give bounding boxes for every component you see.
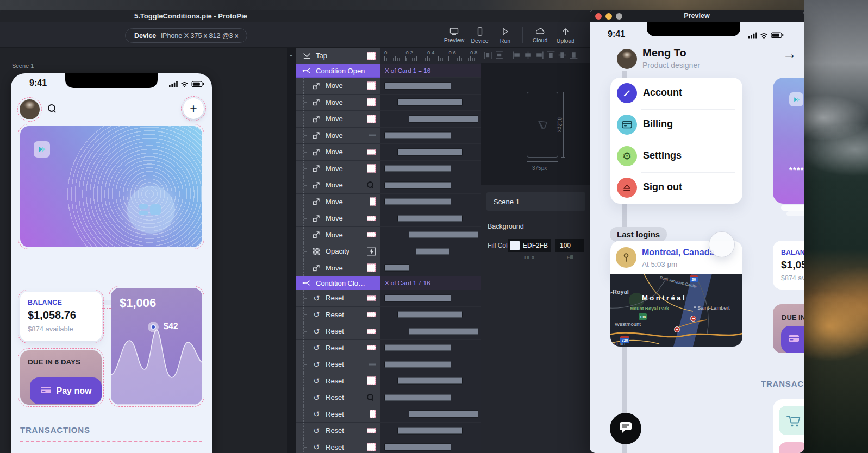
pay-now-button[interactable]: Pay now — [30, 377, 102, 404]
timeline-track-row[interactable] — [380, 260, 481, 277]
device-selector[interactable]: Device iPhone X 375 x 812 @3 x — [125, 28, 247, 43]
fill-opacity-input[interactable]: 100 — [555, 239, 584, 252]
upload-button[interactable]: Upload — [553, 27, 578, 44]
device-button[interactable]: Device — [467, 27, 492, 44]
timeline-track-row[interactable] — [380, 323, 481, 340]
timeline-bar[interactable] — [384, 344, 451, 351]
run-button[interactable]: Run — [492, 27, 518, 44]
timeline-bar[interactable] — [384, 265, 409, 272]
timeline-row-reset[interactable]: ↺Reset — [296, 389, 380, 406]
menu-item-billing[interactable]: Billing — [610, 109, 742, 141]
credit-card[interactable]: **** 2020 — [20, 126, 202, 247]
align-middle-vertical-icon[interactable] — [558, 51, 567, 60]
timeline-row-reset[interactable]: ↺Reset — [296, 406, 380, 423]
scene-canvas-label[interactable]: Scene 1 — [12, 62, 34, 69]
map[interactable]: Mont-Royal Montréal Mount Royal Park Sai… — [610, 274, 742, 347]
preview-button[interactable]: Preview — [441, 27, 467, 43]
cloud-button[interactable]: Cloud — [527, 27, 553, 43]
timeline-track-row[interactable]: X of Card 1 = 16 — [380, 64, 481, 78]
timeline-row-reset[interactable]: ↺Reset — [296, 439, 380, 453]
next-screen-pay-button[interactable] — [781, 326, 804, 353]
timeline-bar[interactable] — [409, 411, 478, 418]
avatar[interactable] — [617, 49, 637, 69]
timeline-bar[interactable] — [409, 231, 478, 238]
timeline-row-reset[interactable]: ↺Reset — [296, 340, 380, 357]
align-bottom-icon[interactable] — [569, 51, 578, 60]
search-icon[interactable] — [48, 104, 57, 115]
timeline-row-reset[interactable]: ↺Reset — [296, 356, 380, 373]
timeline-bar[interactable] — [384, 394, 451, 401]
timeline-track-row[interactable] — [380, 290, 481, 307]
timeline-bar[interactable] — [384, 181, 451, 188]
timeline-row-move[interactable]: Move — [296, 95, 380, 111]
timeline-row-move[interactable]: Move — [296, 128, 380, 144]
timeline-track-row[interactable] — [380, 423, 481, 439]
timeline-track-row[interactable] — [380, 356, 481, 373]
timeline-bar[interactable] — [384, 82, 451, 89]
timeline-row-move[interactable]: Move — [296, 227, 380, 244]
timeline-bar[interactable] — [416, 248, 449, 255]
timeline-track-row[interactable]: X of Card 1 ≠ 16 — [380, 276, 481, 290]
timeline-track-row[interactable] — [380, 373, 481, 390]
distribute-vertical-icon[interactable] — [495, 51, 504, 60]
timeline-track-row[interactable] — [380, 161, 481, 178]
timeline-track-row[interactable] — [380, 78, 481, 95]
timeline-row-move[interactable]: Move — [296, 194, 380, 211]
timeline-track-row[interactable]: 00.20.40.60.8 — [380, 48, 481, 64]
timeline-row-reset[interactable]: ↺Reset — [296, 307, 380, 324]
timeline-row-move[interactable]: Move — [296, 161, 380, 178]
timeline-row-condition-open[interactable]: Condition Open — [296, 64, 380, 78]
timeline-row-move[interactable]: Move — [296, 260, 380, 277]
timeline-track-row[interactable] — [380, 340, 481, 357]
balance-card[interactable]: BALANCE $1,058.76 $874 available — [20, 292, 102, 341]
timeline-bar[interactable] — [384, 444, 451, 451]
color-swatch[interactable] — [510, 241, 520, 250]
scene-name-field[interactable]: Scene 1 — [486, 192, 585, 211]
timeline-track-row[interactable] — [380, 210, 481, 227]
timeline-bar[interactable] — [384, 132, 451, 139]
align-left-icon[interactable] — [512, 51, 521, 60]
timeline-row-opacity[interactable]: Opacity — [296, 243, 380, 260]
timeline-track-row[interactable] — [380, 194, 481, 211]
timeline-collapse-strip[interactable]: ⌄ — [287, 48, 296, 453]
timeline-bar[interactable] — [397, 215, 463, 222]
forward-arrow-icon[interactable]: → — [783, 46, 797, 62]
add-button[interactable]: + — [183, 98, 204, 119]
align-center-horizontal-icon[interactable] — [523, 51, 533, 60]
timeline-bar[interactable] — [397, 377, 463, 385]
timeline-bar[interactable] — [384, 294, 451, 301]
timeline-row-tap[interactable]: Tap — [296, 48, 380, 64]
spending-chart-card[interactable]: $1,006 $42 — [111, 288, 202, 405]
timeline-bar[interactable] — [384, 361, 451, 368]
timeline-bar[interactable] — [397, 148, 463, 155]
timeline-bar[interactable] — [384, 165, 451, 172]
timeline-track-row[interactable] — [380, 307, 481, 324]
canvas-phone-frame[interactable]: 9:41 + **** 2020 BALANCE $1,058.76 $874 … — [11, 73, 212, 453]
menu-item-account[interactable]: Account — [610, 78, 742, 109]
avatar[interactable] — [20, 99, 40, 119]
timeline-row-condition-clo[interactable]: Condition Clo… — [296, 276, 380, 290]
chevron-down-icon[interactable]: ⌄ — [289, 51, 294, 58]
timeline-bar[interactable] — [409, 328, 478, 335]
timeline-track-row[interactable] — [380, 177, 481, 194]
align-top-icon[interactable] — [546, 51, 555, 60]
timeline-track-row[interactable] — [380, 128, 481, 144]
timeline-track-row[interactable] — [380, 389, 481, 406]
timeline-row-move[interactable]: Move — [296, 78, 380, 95]
chat-fab-button[interactable] — [610, 413, 641, 444]
menu-item-signout[interactable]: Sign out — [610, 172, 742, 204]
timeline-bar[interactable] — [397, 311, 463, 318]
timeline-track-row[interactable] — [380, 439, 481, 453]
timeline-bar[interactable] — [397, 427, 463, 434]
timeline-bar[interactable] — [409, 115, 478, 122]
menu-item-settings[interactable]: ⚙ Settings — [610, 141, 742, 172]
timeline-row-reset[interactable]: ↺Reset — [296, 423, 380, 439]
timeline-track-row[interactable] — [380, 243, 481, 260]
timeline-row-move[interactable]: Move — [296, 177, 380, 194]
timeline-row-move[interactable]: Move — [296, 111, 380, 128]
timeline-row-move[interactable]: Move — [296, 144, 380, 161]
canvas-area[interactable]: Scene 1 9:41 + **** 2020 BALANCE $1,058.… — [0, 48, 287, 453]
fill-hex-input[interactable]: EDF2FB — [508, 239, 551, 252]
timeline-track-row[interactable] — [380, 95, 481, 111]
timeline-track-row[interactable] — [380, 144, 481, 161]
